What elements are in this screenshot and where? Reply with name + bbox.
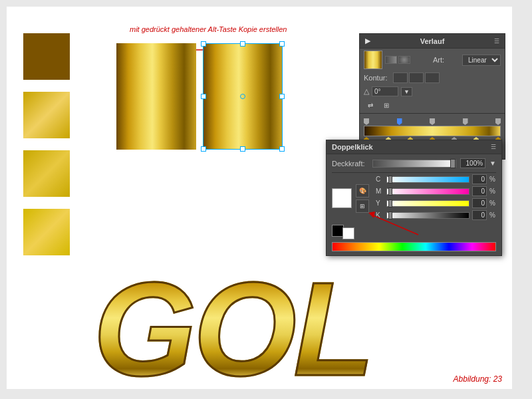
angle-row: △ ▼	[360, 84, 505, 98]
gradient-rectangles	[116, 43, 283, 150]
icons-row: ⇄ ⊞	[360, 98, 505, 112]
c-thumb	[388, 176, 392, 184]
m-thumb	[388, 188, 392, 196]
color-preview-swatch[interactable]	[332, 188, 352, 208]
m-percent: %	[489, 188, 496, 195]
swatch-gold-medium[interactable]	[23, 92, 70, 138]
color-mode-icons: 🎨 ⊞	[356, 184, 369, 213]
handle-tl[interactable]	[201, 41, 206, 47]
c-percent: %	[489, 176, 496, 183]
opacity-input[interactable]	[460, 158, 485, 168]
handle-bm[interactable]	[240, 146, 245, 152]
svg-line-2	[372, 215, 418, 235]
annotation: mit gedrückt gehaltener Alt-Taste Kopie …	[130, 25, 287, 33]
gradient-type-radial[interactable]	[398, 56, 410, 64]
kontur-label: Kontur:	[364, 74, 390, 82]
color-swatches	[23, 33, 70, 255]
handle-bl[interactable]	[201, 146, 206, 152]
c-value[interactable]	[472, 174, 487, 184]
m-value[interactable]	[472, 186, 487, 196]
y-slider[interactable]	[386, 200, 469, 207]
kontur-row: Kontur:	[360, 71, 505, 84]
verlauf-collapse-icon: ▶	[365, 37, 370, 45]
doppelklick-label: Doppelklick	[332, 143, 373, 151]
reverse-btn[interactable]: ⇄	[364, 100, 377, 110]
gradient-type-linear[interactable]	[385, 56, 397, 64]
verlauf-header-icons: ☰	[494, 38, 499, 45]
angle-input[interactable]	[372, 86, 398, 96]
swatch-dark-brown[interactable]	[23, 33, 70, 80]
verlauf-title-bar[interactable]: ▶ Verlauf ☰	[360, 34, 505, 49]
c-slider-row: C %	[376, 174, 496, 184]
kontur-btn-1[interactable]	[393, 72, 408, 83]
k-percent: %	[489, 211, 496, 219]
center-point	[240, 94, 245, 99]
m-slider-row: M %	[376, 186, 496, 196]
kontur-btn-2[interactable]	[409, 72, 424, 83]
grid-icon-btn[interactable]: ⊞	[380, 100, 393, 110]
opacity-percent: ▼	[489, 160, 496, 167]
gradient-thumbnail[interactable]	[364, 51, 382, 69]
verlauf-title: Verlauf	[420, 37, 445, 45]
stop-top-3[interactable]	[430, 118, 435, 125]
color-wheel-icon[interactable]: 🎨	[356, 184, 369, 198]
k-value[interactable]	[472, 210, 487, 220]
color-grid-icon[interactable]: ⊞	[356, 200, 369, 213]
color-picker-panel: Doppelklick ☰ Deckkraft: ▼	[326, 140, 502, 256]
opacity-label: Deckkraft:	[332, 160, 368, 168]
white-canvas: mit gedrückt gehaltener Alt-Taste Kopie …	[7, 7, 512, 389]
art-label: Art:	[433, 56, 460, 64]
handle-tr[interactable]	[279, 41, 285, 47]
gradient-rect-left[interactable]	[116, 43, 196, 150]
canvas-area: mit gedrückt gehaltener Alt-Taste Kopie …	[0, 0, 532, 399]
y-value[interactable]	[472, 198, 487, 208]
y-slider-row: Y %	[376, 198, 496, 208]
opacity-row: Deckkraft: ▼	[332, 158, 496, 168]
angle-dropdown[interactable]: ▼	[401, 87, 412, 96]
color-panel-header: Doppelklick ☰	[327, 140, 501, 154]
svg-marker-3	[368, 211, 375, 218]
gradient-bar[interactable]	[364, 126, 501, 136]
gradient-controls: Art: Linear	[433, 55, 501, 66]
panel-menu-icon-color[interactable]: ☰	[491, 144, 496, 150]
y-percent: %	[489, 200, 496, 207]
stop-top-5[interactable]	[495, 118, 501, 125]
kontur-buttons	[393, 72, 440, 83]
color-spectrum-bar[interactable]	[332, 242, 496, 251]
red-pointer-arrow	[352, 211, 432, 238]
panel-menu-icon[interactable]: ☰	[494, 38, 499, 45]
color-panel-body: Deckkraft: ▼ 🎨 ⊞	[327, 154, 501, 255]
stop-top-4[interactable]	[463, 118, 468, 125]
handle-mr[interactable]	[279, 94, 285, 99]
figure-number: Abbildung: 23	[454, 374, 502, 384]
gol-text: GOL	[93, 273, 371, 386]
m-label: M	[376, 188, 384, 195]
stop-top-1[interactable]	[364, 118, 369, 125]
kontur-btn-3[interactable]	[425, 72, 440, 83]
gradient-type-icons	[385, 56, 410, 64]
handle-br[interactable]	[279, 146, 285, 152]
art-row: Art: Linear	[433, 55, 501, 66]
c-label: C	[376, 176, 384, 183]
y-thumb	[388, 200, 392, 207]
divider-1	[360, 113, 505, 114]
opacity-stops	[364, 117, 501, 125]
art-select[interactable]: Linear	[462, 55, 501, 66]
angle-symbol: △	[364, 87, 369, 96]
gradient-rect-right[interactable]	[203, 43, 283, 150]
color-divider	[332, 172, 496, 173]
swatch-gold-light[interactable]	[23, 150, 70, 197]
stop-top-2[interactable]	[397, 118, 402, 125]
annotation-text: mit gedrückt gehaltener Alt-Taste Kopie …	[130, 25, 287, 33]
c-slider[interactable]	[386, 176, 469, 183]
handle-tm[interactable]	[240, 41, 245, 47]
handle-ml[interactable]	[201, 94, 206, 99]
opacity-thumb	[450, 159, 456, 168]
swatch-gold-bright[interactable]	[23, 209, 70, 255]
m-slider[interactable]	[386, 188, 469, 195]
opacity-slider[interactable]	[372, 160, 456, 168]
bw-area	[332, 225, 496, 239]
y-label: Y	[376, 200, 384, 207]
gradient-preview-row: Art: Linear	[360, 49, 505, 71]
